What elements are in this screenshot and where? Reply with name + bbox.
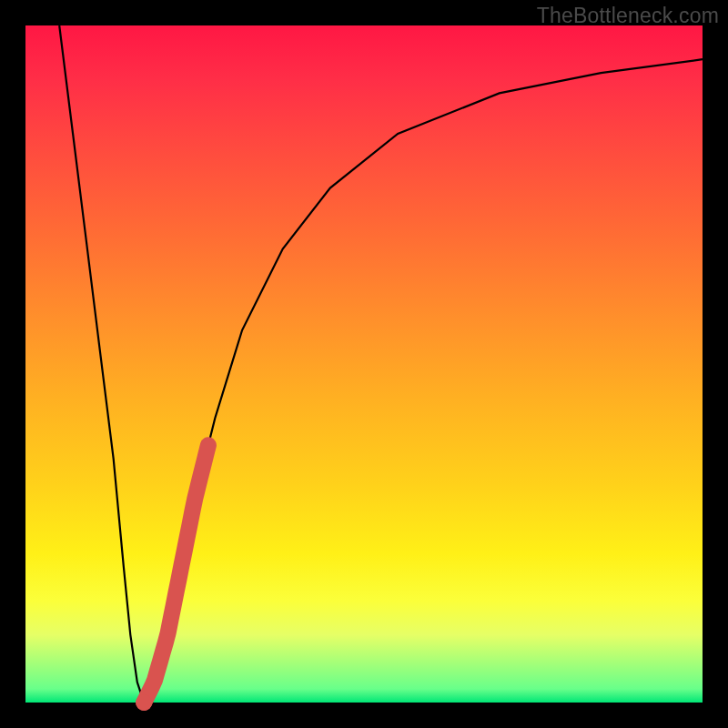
plot-area: [25, 25, 703, 703]
bottleneck-curve: [59, 25, 703, 703]
watermark-text: TheBottleneck.com: [537, 4, 719, 28]
chart-frame: TheBottleneck.com: [0, 0, 728, 728]
highlighted-segment: [144, 445, 208, 703]
highlight-dot: [136, 694, 152, 711]
bottleneck-curve-layer: [25, 25, 703, 703]
